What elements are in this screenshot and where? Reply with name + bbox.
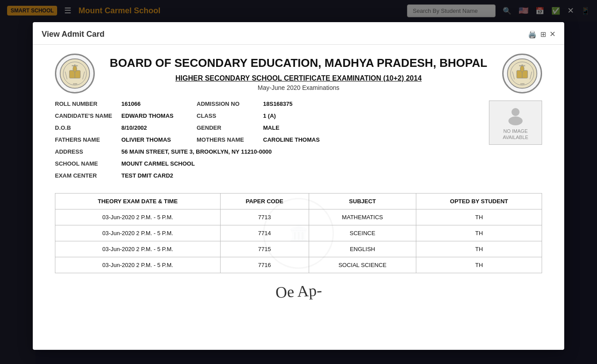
admission-no-value: 18S168375 bbox=[263, 101, 293, 107]
cell-date-3: 03-Jun-2020 2 P.M. - 5 P.M. bbox=[55, 257, 221, 273]
school-row: SCHOOL NAME MOUNT CARMEL SCHOOL bbox=[55, 160, 480, 167]
no-image-icon bbox=[505, 105, 526, 126]
right-emblem-svg: मध्यप्रदेश शासन bbox=[507, 58, 538, 89]
gender-value: MALE bbox=[263, 124, 279, 131]
right-emblem: मध्यप्रदेश शासन bbox=[502, 54, 542, 93]
admit-card-modal: View Admit Card 🖨️ ⊞ × मध्यप्रदे bbox=[33, 22, 564, 350]
class-value: 1 (A) bbox=[263, 112, 276, 119]
dob-value: 8/10/2002 bbox=[121, 124, 147, 131]
header-text: BOARD OF SECONDARY EDUCATION, MADHYA PRA… bbox=[95, 56, 502, 91]
cell-subject-2: ENGLISH bbox=[309, 241, 416, 257]
cell-date-1: 03-Jun-2020 2 P.M. - 5 P.M. bbox=[55, 225, 221, 241]
dob-label: D.O.B bbox=[55, 124, 121, 131]
exam-table: THEORY EXAM DATE & TIME PAPER CODE SUBJE… bbox=[55, 193, 542, 273]
svg-point-6 bbox=[73, 66, 77, 72]
cell-code-1: 7714 bbox=[220, 225, 309, 241]
fathers-name-label: FATHERS NAME bbox=[55, 136, 121, 143]
cell-subject-1: SCEINCE bbox=[309, 225, 416, 241]
candidate-name-label: CANDIDATE'S NAME bbox=[55, 112, 121, 119]
address-value: 56 MAIN STREET, SUITE 3, BROOKLYN, NY 11… bbox=[121, 148, 272, 155]
address-row: ADDRESS 56 MAIN STREET, SUITE 3, BROOKLY… bbox=[55, 148, 480, 155]
mothers-name-label: MOTHERS NAME bbox=[197, 136, 263, 143]
modal-body: मध्यप्रदेश शासन bbox=[33, 45, 564, 310]
col-header-subject: SUBJECT bbox=[309, 194, 416, 209]
exam-center-value: TEST DMIT CARD2 bbox=[121, 172, 173, 179]
cell-opted-0: TH bbox=[416, 209, 542, 225]
modal-overlay: View Admit Card 🖨️ ⊞ × मध्यप्रदे bbox=[0, 0, 597, 364]
info-row-3: D.O.B 8/10/2002 GENDER MALE bbox=[55, 124, 480, 131]
student-photo: NO IMAGEAVAILABLE bbox=[489, 101, 542, 145]
cell-opted-1: TH bbox=[416, 225, 542, 241]
fathers-name-pair: FATHERS NAME OLIVIER THOMAS bbox=[55, 136, 179, 143]
col-header-opted: OPTED BY STUDENT bbox=[416, 194, 542, 209]
cell-code-0: 7713 bbox=[220, 209, 309, 225]
no-image-text: NO IMAGEAVAILABLE bbox=[503, 128, 528, 141]
board-title: BOARD OF SECONDARY EDUCATION, MADHYA PRA… bbox=[104, 56, 493, 71]
mothers-name-value: CAROLINE THOMAS bbox=[263, 136, 320, 143]
close-button[interactable]: × bbox=[550, 29, 555, 39]
cell-subject-0: MATHEMATICS bbox=[309, 209, 416, 225]
col-header-date: THEORY EXAM DATE & TIME bbox=[55, 194, 221, 209]
exam-title: HIGHER SECONDARY SCHOOL CERTIFICATE EXAM… bbox=[104, 74, 493, 82]
class-pair: CLASS 1 (A) bbox=[197, 112, 321, 119]
signature: Oe Ap- bbox=[275, 281, 322, 302]
candidate-name-pair: CANDIDATE'S NAME EDWARD THOMAS bbox=[55, 112, 179, 119]
school-name-value: MOUNT CARMEL SCHOOL bbox=[121, 160, 195, 167]
admission-no-label: ADMISSION NO bbox=[197, 101, 263, 107]
signature-section: Oe Ap- bbox=[55, 282, 542, 301]
dob-pair: D.O.B 8/10/2002 bbox=[55, 124, 179, 131]
cell-opted-3: TH bbox=[416, 257, 542, 273]
svg-text:शासन: शासन bbox=[73, 83, 78, 85]
modal-header: View Admit Card 🖨️ ⊞ × bbox=[33, 22, 564, 45]
admit-card: मध्यप्रदेश शासन bbox=[55, 54, 542, 301]
exam-session: May-June 2020 Examinations bbox=[104, 84, 493, 91]
class-label: CLASS bbox=[197, 112, 263, 119]
exam-center-row: EXAM CENTER TEST DMIT CARD2 bbox=[55, 172, 480, 179]
table-row: 03-Jun-2020 2 P.M. - 5 P.M. 7715 ENGLISH… bbox=[55, 241, 542, 257]
roll-number-pair: ROLL NUMBER 161066 bbox=[55, 101, 179, 107]
fathers-name-value: OLIVIER THOMAS bbox=[121, 136, 171, 143]
expand-button[interactable]: ⊞ bbox=[540, 30, 546, 39]
cell-date-2: 03-Jun-2020 2 P.M. - 5 P.M. bbox=[55, 241, 221, 257]
table-row: 03-Jun-2020 2 P.M. - 5 P.M. 7716 SOCIAL … bbox=[55, 257, 542, 273]
left-emblem: मध्यप्रदेश शासन bbox=[55, 54, 95, 93]
admission-no-pair: ADMISSION NO 18S168375 bbox=[197, 101, 321, 107]
modal-title: View Admit Card bbox=[42, 30, 105, 39]
print-button[interactable]: 🖨️ bbox=[528, 30, 537, 39]
cell-code-3: 7716 bbox=[220, 257, 309, 273]
left-emblem-svg: मध्यप्रदेश शासन bbox=[59, 58, 90, 89]
mothers-name-pair: MOTHERS NAME CAROLINE THOMAS bbox=[197, 136, 321, 143]
info-row-2: CANDIDATE'S NAME EDWARD THOMAS CLASS 1 (… bbox=[55, 112, 480, 119]
student-fields: ROLL NUMBER 161066 ADMISSION NO 18S16837… bbox=[55, 101, 480, 184]
modal-actions: 🖨️ ⊞ × bbox=[528, 29, 555, 39]
cell-date-0: 03-Jun-2020 2 P.M. - 5 P.M. bbox=[55, 209, 221, 225]
info-row-4: FATHERS NAME OLIVIER THOMAS MOTHERS NAME… bbox=[55, 136, 480, 143]
svg-text:शासन: शासन bbox=[520, 83, 525, 85]
svg-point-16 bbox=[520, 66, 524, 72]
candidate-name-value: EDWARD THOMAS bbox=[121, 112, 174, 119]
table-row: 03-Jun-2020 2 P.M. - 5 P.M. 7713 MATHEMA… bbox=[55, 209, 542, 225]
student-section: ROLL NUMBER 161066 ADMISSION NO 18S16837… bbox=[55, 101, 542, 184]
svg-point-20 bbox=[512, 108, 519, 116]
exam-center-label: EXAM CENTER bbox=[55, 172, 121, 179]
cell-opted-2: TH bbox=[416, 241, 542, 257]
svg-point-21 bbox=[508, 116, 523, 125]
col-header-code: PAPER CODE bbox=[220, 194, 309, 209]
cell-code-2: 7715 bbox=[220, 241, 309, 257]
table-header-row: THEORY EXAM DATE & TIME PAPER CODE SUBJE… bbox=[55, 194, 542, 209]
card-header: मध्यप्रदेश शासन bbox=[55, 54, 542, 93]
address-label: ADDRESS bbox=[55, 148, 121, 155]
info-row-1: ROLL NUMBER 161066 ADMISSION NO 18S16837… bbox=[55, 101, 480, 107]
school-name-label: SCHOOL NAME bbox=[55, 160, 121, 167]
table-row: 03-Jun-2020 2 P.M. - 5 P.M. 7714 SCEINCE… bbox=[55, 225, 542, 241]
gender-pair: GENDER MALE bbox=[197, 124, 321, 131]
roll-number-value: 161066 bbox=[121, 101, 140, 107]
gender-label: GENDER bbox=[197, 124, 263, 131]
roll-number-label: ROLL NUMBER bbox=[55, 101, 121, 107]
cell-subject-3: SOCIAL SCIENCE bbox=[309, 257, 416, 273]
exam-table-container: 🏛️ THEORY EXAM DATE & TIME PAPER CODE SU… bbox=[55, 193, 542, 273]
